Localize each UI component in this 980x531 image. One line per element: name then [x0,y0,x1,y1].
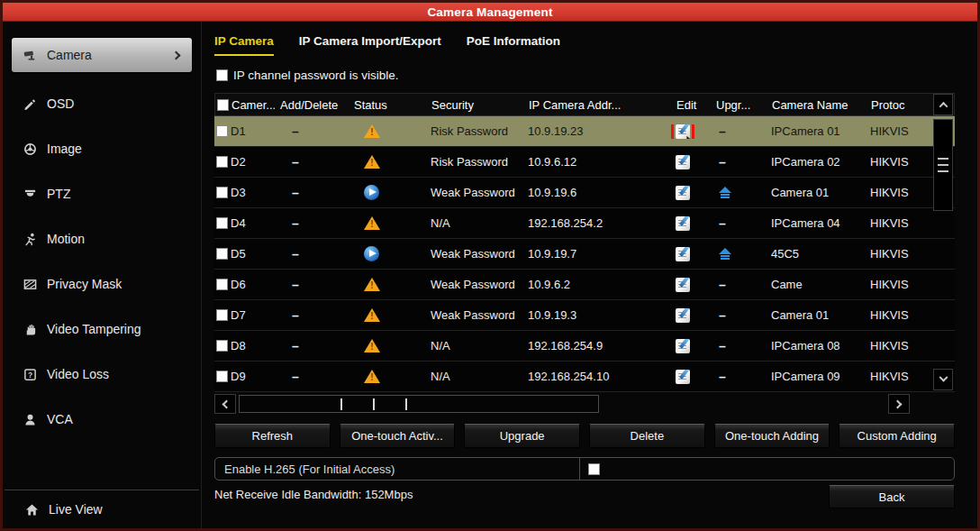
add-delete-value: – [292,278,299,292]
sidebar-item-motion[interactable]: Motion [3,216,201,261]
edit-icon[interactable] [676,155,690,169]
table-row-d3[interactable]: D3 – Weak Password 10.9.19.6 Camera 01 H… [214,178,955,208]
sidebar-item-video-tampering[interactable]: Video Tampering [3,307,201,352]
upgrade-icon[interactable] [719,216,726,231]
add-delete-value: – [292,247,299,261]
tab-ip-camera[interactable]: IP Camera [214,34,274,56]
table-row-d7[interactable]: D7 – Weak Password 10.9.19.3 Camera 01 H… [214,300,955,331]
edit-icon[interactable] [676,308,690,323]
camera-name: IPCamera 09 [751,370,858,383]
table-row-d9[interactable]: D9 – N/A 192.168.254.10 IPCamera 09 HIKV… [214,362,955,392]
table-row-d4[interactable]: D4 – N/A 192.168.254.2 IPCamera 04 HIKVI… [214,208,955,239]
sidebar-item-camera[interactable]: Camera [12,38,192,72]
upgrade-icon[interactable] [719,248,731,261]
protocol: HIKVIS [858,247,931,261]
row-checkbox[interactable] [216,309,228,321]
table-row-d2[interactable]: D2 – Risk Password 10.9.6.12 IPCamera 02… [214,147,955,178]
security-text: N/A [418,339,515,352]
camera-name: IPCamera 08 [751,339,858,352]
sidebar-item-label: VCA [47,412,73,426]
sidebar-item-label: Video Loss [47,367,109,381]
add-delete-value: – [292,155,299,169]
upgrade-icon[interactable] [719,187,731,199]
sidebar-item-image[interactable]: Image [3,126,201,171]
upgrade-icon[interactable] [719,370,726,384]
row-checkbox[interactable] [216,156,228,168]
one-touch-activate-button[interactable]: One-touch Activ... [340,424,456,448]
sidebar-item-label: Motion [47,232,85,246]
row-checkbox[interactable] [216,125,228,137]
status-icon [364,278,380,291]
edit-icon[interactable] [676,278,690,292]
ptz-icon [23,187,37,201]
ip-address: 192.168.254.9 [515,339,652,352]
custom-adding-button[interactable]: Custom Adding [839,424,955,448]
vertical-scrollbar[interactable] [931,93,955,392]
camera-icon [23,48,37,62]
ip-camera-table: Camer... Add/Delete Status Security IP C… [214,93,955,392]
channel-id: D7 [231,308,246,322]
vertical-scroll-thumb[interactable] [933,119,953,211]
camera-name: 45C5 [751,247,858,261]
sidebar-item-video-loss[interactable]: ? Video Loss [3,352,201,397]
channel-id: D4 [231,216,246,230]
column-header-camera-name: Camera Name [752,98,858,112]
sidebar-item-live-view[interactable]: Live View [5,490,199,528]
table-row-d1[interactable]: D1 – Risk Password 10.9.19.23 IPCamera 0… [214,116,955,147]
column-header-security: Security [419,98,516,112]
channel-id: D6 [231,278,246,291]
tab-bar: IP Camera IP Camera Import/Export PoE In… [214,34,974,56]
password-visible-checkbox[interactable] [216,69,228,81]
refresh-button[interactable]: Refresh [214,424,331,448]
scroll-right-button[interactable] [888,394,910,414]
table-row-d8[interactable]: D8 – N/A 192.168.254.9 IPCamera 08 HIKVI… [214,331,955,362]
upgrade-icon[interactable] [719,155,726,169]
row-checkbox[interactable] [216,187,228,198]
table-row-d6[interactable]: D6 – Weak Password 10.9.6.2 Came HIKVIS [214,270,955,300]
sidebar-item-label: OSD [47,96,74,111]
upgrade-icon[interactable] [719,339,726,353]
upgrade-icon[interactable] [719,308,726,323]
upgrade-icon[interactable] [719,124,726,139]
horizontal-scrollbar[interactable] [214,394,955,416]
ip-address: 192.168.254.2 [515,216,652,230]
delete-button[interactable]: Delete [589,424,705,448]
edit-icon[interactable] [676,216,690,231]
add-delete-value: – [292,124,299,139]
one-touch-adding-button[interactable]: One-touch Adding [714,424,830,448]
edit-icon[interactable] [676,247,690,261]
camera-name: Came [751,278,858,291]
sidebar-item-ptz[interactable]: PTZ [3,171,201,216]
sidebar-item-label: Image [47,142,82,156]
upgrade-icon[interactable] [719,278,726,292]
column-header-status: Status [340,98,419,112]
tab-ip-camera-import-export[interactable]: IP Camera Import/Export [299,34,441,56]
sidebar-item-vca[interactable]: VCA [3,397,201,442]
row-checkbox[interactable] [216,248,228,260]
sidebar-item-privacy-mask[interactable]: Privacy Mask [3,261,201,307]
sidebar-item-osd[interactable]: OSD [3,81,201,126]
channel-id: D5 [231,247,246,261]
row-checkbox[interactable] [216,217,228,229]
column-header-upgrade: Upgr... [702,98,752,112]
scroll-down-button[interactable] [933,369,953,390]
sidebar-item-label: Video Tampering [47,322,141,336]
edit-icon[interactable] [676,339,690,353]
row-checkbox[interactable] [216,340,228,352]
scroll-up-button[interactable] [933,94,953,115]
row-checkbox[interactable] [216,371,228,382]
edit-icon[interactable] [676,370,690,384]
tab-poe-information[interactable]: PoE Information [467,34,560,56]
table-row-d5[interactable]: D5 – Weak Password 10.9.19.7 45C5 HIKVIS [214,239,955,270]
horizontal-scroll-thumb[interactable] [239,395,599,413]
h265-checkbox[interactable] [588,463,600,475]
back-button[interactable]: Back [829,485,955,508]
edit-icon[interactable] [676,186,690,200]
upgrade-button[interactable]: Upgrade [464,424,580,448]
row-checkbox[interactable] [216,279,228,290]
select-all-checkbox[interactable] [217,99,229,111]
scroll-left-button[interactable] [214,394,236,414]
protocol: HIKVIS [858,124,931,138]
column-header-camera: Camer... [231,98,275,112]
video-loss-icon: ? [23,367,37,381]
